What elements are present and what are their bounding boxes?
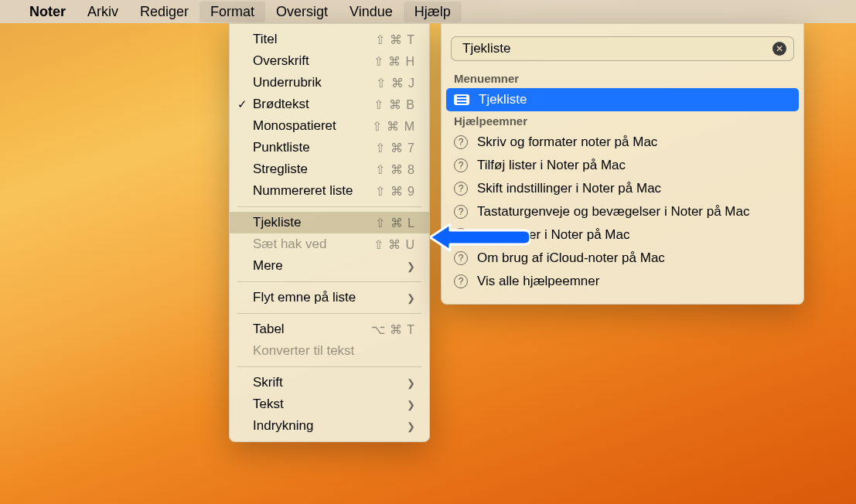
help-topic-label: Skriv og formater noter på Mac <box>477 135 657 150</box>
help-topic[interactable]: ? Tastaturgenveje og bevægelser i Noter … <box>442 200 803 223</box>
help-topic[interactable]: ? Skriv og formater noter på Mac <box>442 131 803 154</box>
menu-shortcut: ⇧ ⌘ T <box>375 32 415 47</box>
menu-label: Mere <box>253 258 407 274</box>
menu-label: Tabel <box>253 322 371 337</box>
menubar-item-arkiv[interactable]: Arkiv <box>77 2 129 22</box>
menubar-item-vindue[interactable]: Vindue <box>339 2 404 22</box>
menu-label: Punktliste <box>253 140 375 155</box>
help-search-input[interactable] <box>451 36 794 61</box>
chevron-right-icon: ❯ <box>407 292 415 304</box>
menu-separator <box>237 366 421 367</box>
help-icon: ? <box>454 158 468 172</box>
help-icon: ? <box>454 251 468 265</box>
menu-label: Monospatieret <box>253 118 372 134</box>
help-topic[interactable]: ? Skift indstillinger i Noter på Mac <box>442 177 803 200</box>
menu-shortcut: ⇧ ⌘ L <box>375 216 415 230</box>
help-topic-label: Om brug af iCloud-noter på Mac <box>477 250 665 266</box>
menu-item-tekst[interactable]: Tekst ❯ <box>230 393 429 415</box>
help-panel: ✕ Menuemner Tjekliste Hjælpeemner ? Skri… <box>441 23 804 305</box>
menu-result-icon <box>454 94 469 105</box>
menu-separator <box>237 206 421 207</box>
menu-item-overskrift[interactable]: Overskrift ⇧ ⌘ H <box>230 50 429 72</box>
menu-label: Flyt emne på liste <box>253 290 407 305</box>
menu-item-titel[interactable]: Titel ⇧ ⌘ T <box>230 29 429 50</box>
menu-item-konverter: Konverter til tekst <box>230 340 429 362</box>
menu-item-flyt-emne[interactable]: Flyt emne på liste ❯ <box>230 287 429 308</box>
menu-shortcut: ⇧ ⌘ 7 <box>375 141 415 155</box>
help-icon: ? <box>454 135 468 149</box>
menu-item-tabel[interactable]: Tabel ⌥ ⌘ T <box>230 318 429 340</box>
menu-shortcut: ⇧ ⌘ B <box>373 97 415 112</box>
help-topic-label: Vis alle hjælpeemner <box>477 274 599 289</box>
callout-pointer-icon <box>430 223 530 252</box>
help-topic[interactable]: ? Vis alle hjælpeemner <box>442 270 803 293</box>
menu-label: Konverter til tekst <box>253 343 415 359</box>
chevron-right-icon: ❯ <box>407 421 415 432</box>
menu-label: Titel <box>253 32 375 47</box>
menu-label: Skrift <box>253 375 407 390</box>
menu-label: Underrubrik <box>253 75 376 90</box>
menu-shortcut: ⌥ ⌘ T <box>371 322 415 337</box>
menu-label: Overskrift <box>253 53 373 69</box>
chevron-right-icon: ❯ <box>407 377 415 389</box>
checkmark-icon: ✓ <box>237 97 247 111</box>
help-topic-label: Tastaturgenveje og bevægelser i Noter på… <box>477 204 749 220</box>
help-menu-item-tjekliste[interactable]: Tjekliste <box>446 88 799 111</box>
menu-shortcut: ⇧ ⌘ U <box>373 237 415 252</box>
menubar-item-format[interactable]: Format <box>200 2 265 22</box>
menu-item-tjekliste[interactable]: Tjekliste ⇧ ⌘ L <box>230 212 429 233</box>
help-topic-label: Tilføj lister i Noter på Mac <box>477 158 626 173</box>
menubar-item-rediger[interactable]: Rediger <box>129 2 200 22</box>
menubar-item-oversigt[interactable]: Oversigt <box>265 2 339 22</box>
menu-label: Tjekliste <box>253 215 375 230</box>
menubar-app[interactable]: Noter <box>19 2 77 22</box>
help-icon: ? <box>454 205 468 219</box>
help-topic-label: Skift indstillinger i Noter på Mac <box>477 181 661 196</box>
menu-shortcut: ⇧ ⌘ J <box>376 76 415 90</box>
menu-item-monospatieret[interactable]: Monospatieret ⇧ ⌘ M <box>230 115 429 137</box>
menu-shortcut: ⇧ ⌘ 8 <box>375 162 415 177</box>
chevron-right-icon: ❯ <box>407 399 415 410</box>
menu-shortcut: ⇧ ⌘ M <box>372 119 415 134</box>
menu-item-punktliste[interactable]: Punktliste ⇧ ⌘ 7 <box>230 137 429 158</box>
help-search-wrap: ✕ <box>442 32 803 69</box>
menu-item-skrift[interactable]: Skrift ❯ <box>230 372 429 393</box>
menu-label: Sæt hak ved <box>253 237 373 252</box>
menubar-item-hjaelp[interactable]: Hjælp <box>404 2 462 22</box>
menu-item-saet-hak: Sæt hak ved ⇧ ⌘ U <box>230 233 429 255</box>
menubar: Noter Arkiv Rediger Format Oversigt Vind… <box>0 0 856 23</box>
menu-label: Nummereret liste <box>253 183 375 199</box>
format-dropdown: Titel ⇧ ⌘ T Overskrift ⇧ ⌘ H Underrubrik… <box>229 23 430 442</box>
menu-separator <box>237 313 421 314</box>
help-icon: ? <box>454 182 468 196</box>
help-topic[interactable]: ? Tilføj lister i Noter på Mac <box>442 154 803 177</box>
menu-label: Brødtekst <box>253 97 373 112</box>
menu-separator <box>237 281 421 282</box>
help-section-hjaelpeemner: Hjælpeemner <box>442 111 803 131</box>
menu-item-underrubrik[interactable]: Underrubrik ⇧ ⌘ J <box>230 72 429 94</box>
clear-search-icon[interactable]: ✕ <box>772 42 786 56</box>
menu-shortcut: ⇧ ⌘ H <box>373 54 415 69</box>
help-icon: ? <box>454 274 468 288</box>
help-section-menuemner: Menuemner <box>442 69 803 88</box>
menu-shortcut: ⇧ ⌘ 9 <box>375 184 415 199</box>
menu-item-mere[interactable]: Mere ❯ <box>230 255 429 277</box>
menu-label: Tekst <box>253 397 407 412</box>
menu-item-nummereret[interactable]: Nummereret liste ⇧ ⌘ 9 <box>230 180 429 202</box>
chevron-right-icon: ❯ <box>407 261 415 272</box>
help-menu-item-label: Tjekliste <box>479 92 527 107</box>
menu-item-indrykning[interactable]: Indrykning ❯ <box>230 415 429 437</box>
menu-item-stregliste[interactable]: Stregliste ⇧ ⌘ 8 <box>230 158 429 180</box>
menu-label: Stregliste <box>253 162 375 177</box>
menu-item-brodtekst[interactable]: ✓ Brødtekst ⇧ ⌘ B <box>230 94 429 115</box>
menu-label: Indrykning <box>253 418 407 434</box>
